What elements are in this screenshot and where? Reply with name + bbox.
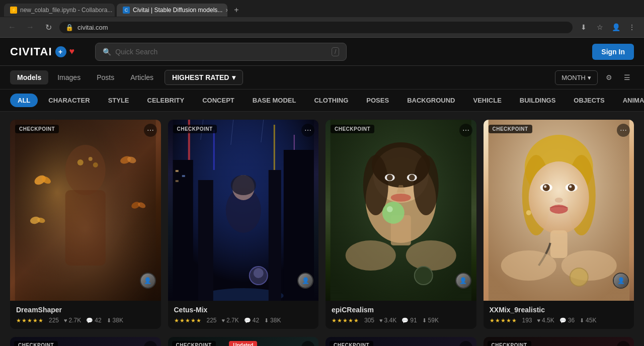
cat-pill-vehicle[interactable]: VEHICLE <box>465 94 509 107</box>
svg-rect-27 <box>175 180 178 182</box>
view-toggle-button[interactable]: ☰ <box>620 70 634 84</box>
card-stars-4: ★★★★★ <box>490 317 517 324</box>
card-badge-4: CHECKPOINT <box>489 125 532 133</box>
svg-point-72 <box>526 210 531 215</box>
more-button[interactable]: ⋮ <box>625 20 639 34</box>
model-card-cetus-mix[interactable]: CHECKPOINT ⋯ 👤 Cetus-Mix ★★★★★ 225 ♥ 2.7… <box>168 120 319 329</box>
card-menu-3[interactable]: ⋯ <box>459 124 472 137</box>
tab-civitai-label: Civitai | Stable Diffusion models... <box>133 7 222 14</box>
svg-point-73 <box>570 268 588 286</box>
cat-pill-style[interactable]: STYLE <box>101 94 137 107</box>
tab-favicon-colab: ⚡ <box>10 7 17 14</box>
svg-rect-25 <box>268 170 281 301</box>
sign-in-button[interactable]: Sign In <box>592 44 634 60</box>
card-image-1 <box>10 120 161 301</box>
search-bar[interactable]: 🔍 / <box>95 43 347 61</box>
svg-rect-19 <box>273 125 275 175</box>
tab-colab[interactable]: ⚡ new_colab_file.ipynb - Collabora... ✕ <box>4 4 115 17</box>
address-bar[interactable]: 🔒 civitai.com <box>59 22 573 33</box>
bottom-card-2[interactable]: CHECKPOINT Updated ⋯ <box>168 337 319 346</box>
tab-civitai[interactable]: C Civitai | Stable Diffusion models... ✕ <box>117 4 227 17</box>
bottom-card-3[interactable]: CHECKPOINT ⋯ <box>326 337 476 346</box>
card-likes-3: ♥ 3.4K <box>379 317 396 324</box>
cat-pill-animal[interactable]: ANIMAL <box>615 94 644 107</box>
period-button[interactable]: MONTH ▾ <box>555 70 598 85</box>
bottom-card-badge-4: CHECKPOINT <box>488 341 531 346</box>
nav-link-posts[interactable]: Posts <box>90 70 121 84</box>
cat-pill-character[interactable]: CHARACTER <box>41 94 97 107</box>
svg-point-50 <box>346 240 396 271</box>
svg-point-70 <box>501 250 556 281</box>
browser-chrome: ⚡ new_colab_file.ipynb - Collabora... ✕ … <box>0 0 644 38</box>
svg-point-43 <box>414 155 439 215</box>
comment-icon-2: 💬 <box>244 317 251 324</box>
forward-button[interactable]: → <box>23 20 37 34</box>
comment-icon-3: 💬 <box>401 317 409 324</box>
refresh-button[interactable]: ↻ <box>41 20 55 34</box>
card-menu-4[interactable]: ⋯ <box>617 124 630 137</box>
svg-rect-26 <box>175 170 178 172</box>
tab-close-civitai[interactable]: ✕ <box>225 7 227 14</box>
cat-pill-poses[interactable]: POSES <box>359 94 396 107</box>
card-rating-count-3: 305 <box>364 317 374 324</box>
svg-point-14 <box>93 162 98 167</box>
bottom-card-4[interactable]: CHECKPOINT ⋯ <box>484 337 634 346</box>
comment-icon-4: 💬 <box>559 317 567 324</box>
nav-link-images[interactable]: Images <box>50 70 88 84</box>
url-display: civitai.com <box>77 24 108 31</box>
model-card-epicrealism[interactable]: CHECKPOINT ⋯ 👤 epiCRealism ★★★★★ 305 ♥ 3… <box>326 120 476 329</box>
tab-colab-label: new_colab_file.ipynb - Collabora... <box>20 7 112 14</box>
model-card-xxmix[interactable]: CHECKPOINT ⋯ 👤 XXMix_9realistic ★★★★★ 19… <box>484 120 634 329</box>
nav-links: Models Images Posts Articles <box>10 70 160 84</box>
svg-point-31 <box>230 175 256 195</box>
search-input[interactable] <box>115 48 328 56</box>
nav-link-articles[interactable]: Articles <box>123 70 160 84</box>
cat-pill-objects[interactable]: OBJECTS <box>566 94 612 107</box>
model-grid: CHECKPOINT ⋯ 👤 DreamShaper ★★★★★ 225 ♥ 2… <box>0 112 644 337</box>
card-image-4 <box>484 120 634 301</box>
nav-bar: ← → ↻ 🔒 civitai.com ⬇ ☆ 👤 ⋮ <box>0 17 644 37</box>
card-stats-3: ★★★★★ 305 ♥ 3.4K 💬 91 ⬇ 59K <box>332 317 470 324</box>
svg-point-54 <box>415 267 433 285</box>
card-info-1: DreamShaper ★★★★★ 225 ♥ 2.7K 💬 42 ⬇ 38K <box>10 301 161 329</box>
avatar-image-2: 👤 <box>298 274 312 288</box>
cat-pill-base-model[interactable]: BASE MODEL <box>245 94 304 107</box>
nav-link-models[interactable]: Models <box>10 70 48 84</box>
svg-point-64 <box>568 184 575 191</box>
logo: CIVITAI + ♥ <box>10 45 75 58</box>
cat-pill-all[interactable]: ALL <box>10 94 38 107</box>
svg-point-68 <box>549 205 568 214</box>
card-rating-count-4: 193 <box>522 317 532 324</box>
card-title-1: DreamShaper <box>16 306 155 314</box>
period-label: MONTH <box>561 74 586 81</box>
bookmark-button[interactable]: ☆ <box>593 20 607 34</box>
filter-icon-button[interactable]: ⚙ <box>602 70 616 84</box>
card-menu-1[interactable]: ⋯ <box>144 124 157 137</box>
extensions-button[interactable]: ⬇ <box>577 20 591 34</box>
chevron-down-icon-2: ▾ <box>588 74 591 81</box>
card-comments-2: 💬 42 <box>244 317 259 324</box>
download-icon-2: ⬇ <box>264 317 269 324</box>
model-card-dreamshaper[interactable]: CHECKPOINT ⋯ 👤 DreamShaper ★★★★★ 225 ♥ 2… <box>10 120 161 329</box>
bottom-card-badge-2: CHECKPOINT <box>172 341 216 346</box>
card-avatar-4: 👤 <box>613 273 629 289</box>
bottom-card-row: CHECKPOINT ⋯ CHECKPOINT Updated ⋯ CHECKP… <box>0 337 644 346</box>
download-icon-1: ⬇ <box>107 317 111 324</box>
cat-pill-celebrity[interactable]: CELEBRITY <box>140 94 192 107</box>
cat-pill-clothing[interactable]: CLOTHING <box>306 94 356 107</box>
cat-pill-buildings[interactable]: BUILDINGS <box>512 94 564 107</box>
card-comments-4: 💬 36 <box>559 317 575 324</box>
download-icon-3: ⬇ <box>422 317 427 324</box>
bottom-card-1[interactable]: CHECKPOINT ⋯ <box>10 337 161 346</box>
svg-rect-69 <box>550 230 567 258</box>
card-info-3: epiCRealism ★★★★★ 305 ♥ 3.4K 💬 91 ⬇ 59K <box>326 301 476 329</box>
profile-button[interactable]: 👤 <box>609 20 623 34</box>
logo-add-button[interactable]: + <box>55 46 66 57</box>
back-button[interactable]: ← <box>5 20 19 34</box>
new-tab-button[interactable]: + <box>229 3 244 17</box>
card-menu-2[interactable]: ⋯ <box>301 124 314 137</box>
chevron-down-icon: ▾ <box>232 73 235 81</box>
cat-pill-concept[interactable]: CONCEPT <box>195 94 242 107</box>
cat-pill-background[interactable]: BACKGROUND <box>399 94 462 107</box>
filter-button[interactable]: HIGHEST RATED ▾ <box>165 70 243 85</box>
